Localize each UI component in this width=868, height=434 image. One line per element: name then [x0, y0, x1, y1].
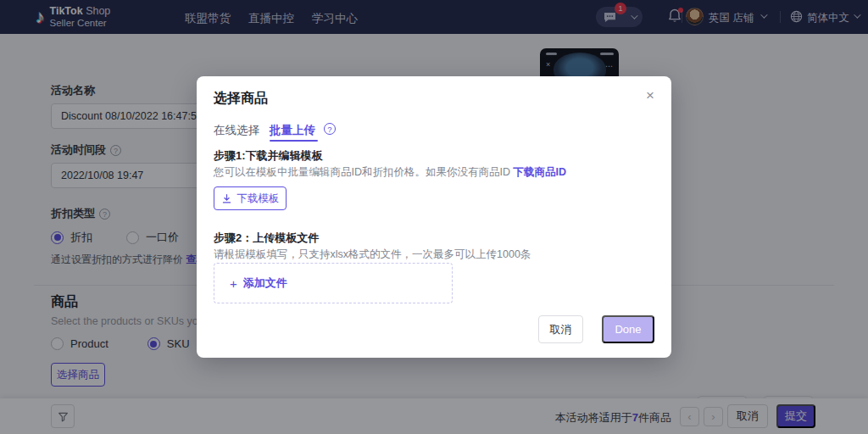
select-products-modal: 选择商品 × 在线选择 批量上传 ? 步骤1:下载并编辑模板 您可以在模板中批量… — [197, 76, 671, 358]
download-icon — [221, 193, 232, 204]
download-template-button[interactable]: 下载模板 — [214, 186, 287, 210]
plus-icon: + — [230, 276, 237, 291]
screen: ♪ TikTok Shop Seller Center 联盟带货 直播中控 学习… — [0, 0, 868, 434]
file-dropzone[interactable]: + 添加文件 — [214, 263, 453, 303]
active-tab-underline — [270, 140, 318, 142]
download-product-id-link[interactable]: 下载商品ID — [513, 166, 566, 178]
step2-description: 请根据模板填写，只支持xlsx格式的文件，一次最多可以上传1000条 — [214, 248, 531, 262]
tab-help-icon[interactable]: ? — [324, 123, 336, 135]
modal-done-button[interactable]: Done — [602, 315, 654, 343]
step2-title: 步骤2：上传模板文件 — [214, 231, 319, 246]
modal-title: 选择商品 — [214, 90, 268, 108]
tab-online-select[interactable]: 在线选择 — [214, 123, 259, 138]
step1-title: 步骤1:下载并编辑模板 — [214, 148, 323, 164]
modal-cancel-button[interactable]: 取消 — [538, 315, 583, 343]
step1-description: 您可以在模板中批量编辑商品ID和折扣价格。如果你没有商品ID 下载商品ID — [214, 165, 566, 180]
close-icon[interactable]: × — [646, 88, 654, 103]
tab-bulk-upload[interactable]: 批量上传 — [270, 123, 315, 138]
add-file-button[interactable]: + 添加文件 — [230, 275, 287, 291]
